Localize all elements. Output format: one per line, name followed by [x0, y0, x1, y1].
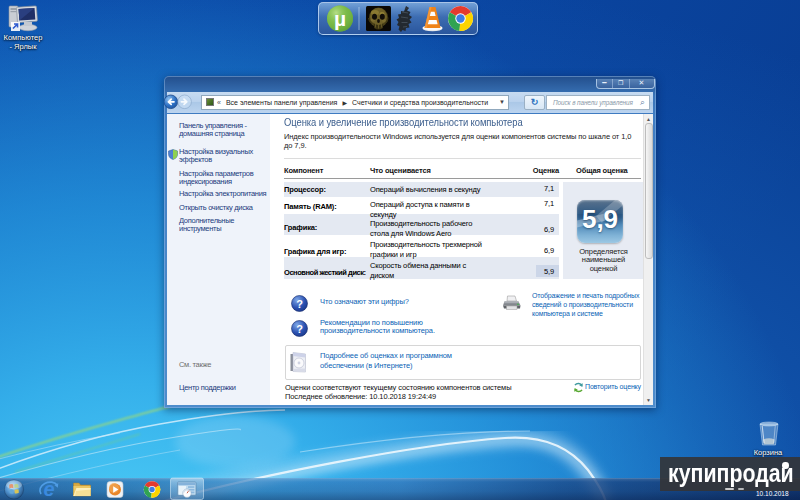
svg-text:µ: µ: [334, 7, 346, 30]
svg-text:?: ?: [296, 298, 303, 310]
svg-text:?: ?: [296, 322, 303, 334]
